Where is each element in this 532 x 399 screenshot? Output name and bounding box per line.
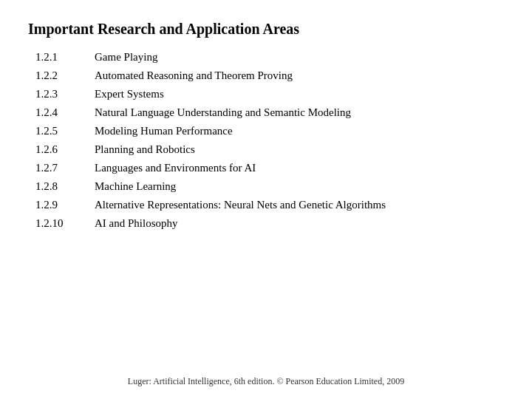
item-number: 1.2.5 [35, 125, 95, 137]
item-text: Automated Reasoning and Theorem Proving [95, 69, 504, 82]
footer-text: Luger: Artificial Intelligence, 6th edit… [0, 376, 532, 387]
list-item: 1.2.3Expert Systems [35, 88, 504, 100]
item-number: 1.2.7 [35, 162, 95, 174]
page: Important Research and Application Areas… [0, 0, 532, 399]
item-text: Machine Learning [95, 180, 504, 193]
item-text: Expert Systems [95, 88, 504, 100]
item-number: 1.2.6 [35, 143, 95, 156]
item-number: 1.2.8 [35, 180, 95, 193]
item-number: 1.2.4 [35, 106, 95, 119]
list-item: 1.2.7Languages and Environments for AI [35, 162, 504, 174]
page-title: Important Research and Application Areas [28, 21, 504, 38]
list-item: 1.2.4Natural Language Understanding and … [35, 106, 504, 119]
item-text: Game Playing [95, 51, 504, 64]
list-item: 1.2.10AI and Philosophy [35, 217, 504, 230]
item-text: Planning and Robotics [95, 143, 504, 156]
list-item: 1.2.2Automated Reasoning and Theorem Pro… [35, 69, 504, 82]
list-container: 1.2.1Game Playing1.2.2Automated Reasonin… [35, 51, 504, 230]
item-text: Modeling Human Performance [95, 125, 504, 137]
item-number: 1.2.2 [35, 69, 95, 82]
list-item: 1.2.6Planning and Robotics [35, 143, 504, 156]
item-text: Alternative Representations: Neural Nets… [95, 199, 504, 211]
item-text: AI and Philosophy [95, 217, 504, 230]
list-item: 1.2.5Modeling Human Performance [35, 125, 504, 137]
item-number: 1.2.10 [35, 217, 95, 230]
item-number: 1.2.3 [35, 88, 95, 100]
list-item: 1.2.9Alternative Representations: Neural… [35, 199, 504, 211]
item-text: Natural Language Understanding and Seman… [95, 106, 504, 119]
item-text: Languages and Environments for AI [95, 162, 504, 174]
list-item: 1.2.8Machine Learning [35, 180, 504, 193]
item-number: 1.2.1 [35, 51, 95, 64]
list-item: 1.2.1Game Playing [35, 51, 504, 64]
item-number: 1.2.9 [35, 199, 95, 211]
